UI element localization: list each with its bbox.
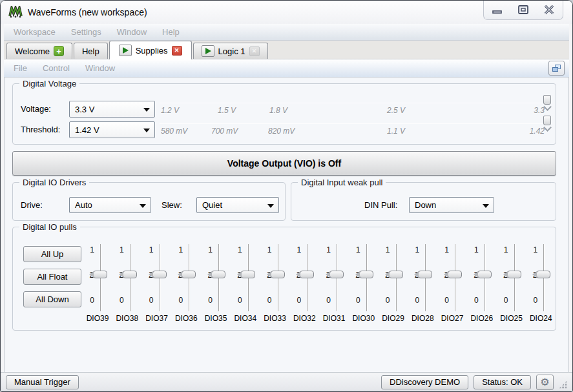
close-button[interactable] [539,3,559,17]
tick-label: 1.42 [530,127,545,136]
supplies-panel: Digital Voltage Voltage: 3.3 V 1.2 V 1.5… [4,77,569,372]
scale-up-label: 1 [289,245,301,254]
voltage-slider[interactable]: 1.2 V 1.5 V 1.8 V 2.5 V 3.3 [160,98,552,119]
voltage-select-value: 3.3 V [75,105,94,114]
title-bar[interactable]: WaveForms (new workspace) [1,1,572,24]
tab-welcome-label: Welcome [15,46,50,56]
voltage-output-toggle-button[interactable]: Voltage Output (VIO) is Off [12,151,556,176]
device-button[interactable]: DDiscovery DEMO [381,375,468,389]
resize-grip[interactable] [559,380,567,389]
run-state-icon [119,45,132,56]
scale-down-label: 0 [497,296,508,305]
dio-channel-label: DIO24 [523,314,558,323]
threshold-slider-handle[interactable] [543,116,551,125]
drive-select-value: Auto [75,200,92,210]
tab-welcome[interactable]: Welcome [6,43,72,59]
tab-supplies[interactable]: Supplies [109,41,192,59]
drive-select[interactable]: Auto [69,197,151,213]
dio-pull-slider-handle[interactable] [152,271,167,278]
dio-pull-slider-handle[interactable] [182,271,196,278]
main-menubar: Workspace Settings Window Help [4,24,569,41]
menu-window[interactable]: Window [117,27,147,37]
threshold-select[interactable]: 1.42 V [69,121,155,138]
supplies-menubar: File Control Window [4,59,569,77]
close-icon [543,4,556,15]
menu-file[interactable]: File [14,63,27,73]
dio-pull-slider-handle[interactable] [123,271,137,278]
status-button[interactable]: Status: OK [474,375,531,389]
tab-help[interactable]: Help [74,43,108,59]
dio-pull-slider-handle[interactable] [448,271,462,278]
tick-label: 1.2 V [161,106,179,115]
dio-pull-slider-column: 1 Z 0 DIO37 [142,242,172,327]
dio-pull-slider-handle[interactable] [507,271,521,278]
menu-help[interactable]: Help [162,27,180,37]
voltage-label: Voltage: [21,104,51,114]
dio-pull-slider-handle[interactable] [241,271,255,278]
slew-label: Slew: [161,200,182,210]
scale-up-label: 1 [526,245,537,254]
dio-pull-slider-column: 1 Z 0 DIO30 [349,242,379,327]
dio-pull-slider-column: 1 Z 0 DIO26 [467,242,497,327]
all-float-button[interactable]: All Float [23,269,81,285]
cascade-windows-icon [552,65,561,72]
tick-label: 700 mV [211,127,238,136]
run-state-icon [202,45,214,57]
voltage-select[interactable]: 3.3 V [69,101,155,118]
scale-down-label: 0 [112,296,124,305]
all-up-button[interactable]: All Up [23,246,81,262]
chevron-down-icon [140,204,146,208]
window-title: WaveForms (new workspace) [28,7,147,17]
threshold-slider[interactable]: 580 mV 700 mV 820 mV 1.1 V 1.42 [160,119,552,139]
group-title: Digital Voltage [19,79,79,88]
menu-settings[interactable]: Settings [71,27,101,37]
dio-pull-slider-handle[interactable] [211,271,225,278]
din-pull-select[interactable]: Down [409,197,494,213]
tab-supplies-label: Supplies [136,46,168,56]
close-tab-icon[interactable] [172,46,182,56]
scale-up-label: 1 [319,245,331,254]
menu-workspace[interactable]: Workspace [14,27,56,37]
minimize-icon [492,5,503,15]
add-instrument-icon[interactable] [54,46,64,56]
digital-io-drivers-group: Digital IO Drivers Drive: Auto Slew: Qui… [12,182,286,221]
dio-pull-slider-handle[interactable] [329,271,344,278]
dio-pull-slider-column: 1 Z 0 DIO24 [526,242,556,327]
menu-control[interactable]: Control [43,63,70,73]
minimize-button[interactable] [488,3,507,17]
dio-pull-slider-handle[interactable] [418,271,432,278]
dio-pull-slider-handle[interactable] [359,271,373,278]
tick-label: 3.3 [534,106,545,115]
dio-pull-slider-handle[interactable] [389,271,403,278]
slew-select[interactable]: Quiet [196,197,279,213]
menu-window-2[interactable]: Window [85,63,115,73]
all-down-button[interactable]: All Down [23,291,81,307]
dio-pull-slider-column: 1 Z 0 DIO36 [171,242,201,327]
tab-logic-1-label: Logic 1 [218,46,245,56]
dio-pull-slider-column: 1 Z 0 DIO33 [260,242,290,327]
slider-track [160,103,552,103]
dio-pull-slider-handle[interactable] [477,271,492,278]
dio-pull-slider-column: 1 Z 0 DIO27 [437,242,467,327]
tab-logic-1[interactable]: Logic 1 [193,43,268,59]
scale-up-label: 1 [112,245,124,254]
digital-io-pulls-group: Digital IO pulls All Up All Float All Do… [12,227,556,331]
scale-up-label: 1 [201,245,213,254]
dio-pull-slider-handle[interactable] [536,271,550,278]
instrument-tabbar: Welcome Help Supplies Logic 1 [4,41,569,59]
scale-down-label: 0 [379,296,390,305]
scale-up-label: 1 [497,245,508,254]
scale-down-label: 0 [289,296,301,305]
dio-pull-slider-handle[interactable] [271,271,285,278]
digital-voltage-group: Digital Voltage Voltage: 3.3 V 1.2 V 1.5… [12,83,556,145]
manual-trigger-button[interactable]: Manual Trigger [6,375,79,389]
dio-pull-slider-handle[interactable] [93,271,107,278]
maximize-button[interactable] [514,3,533,17]
slider-track [160,123,552,124]
voltage-slider-handle[interactable] [543,95,551,105]
settings-gear-button[interactable] [536,375,554,390]
scale-down-label: 0 [142,296,154,305]
threshold-select-value: 1.42 V [75,125,99,135]
dio-pull-slider-handle[interactable] [300,271,314,278]
undock-window-button[interactable] [548,61,565,76]
